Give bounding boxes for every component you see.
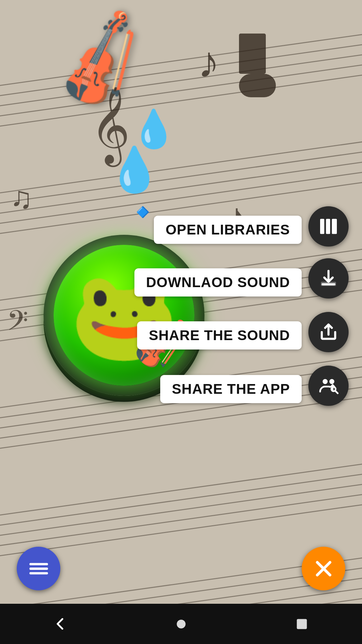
svg-rect-33	[239, 74, 276, 97]
share-app-button[interactable]	[308, 366, 349, 406]
svg-line-7	[0, 153, 362, 223]
svg-rect-51	[297, 619, 307, 629]
close-button[interactable]	[302, 547, 345, 590]
svg-line-20	[0, 454, 362, 525]
svg-line-44	[335, 391, 338, 393]
svg-rect-40	[321, 282, 336, 286]
hamburger-icon	[28, 558, 50, 580]
svg-text:𝄢: 𝄢	[7, 306, 28, 343]
back-icon	[52, 615, 69, 632]
svg-text:♪: ♪	[198, 38, 220, 87]
share-sound-button[interactable]	[308, 312, 349, 352]
home-button[interactable]	[169, 612, 193, 636]
svg-rect-32	[239, 34, 266, 74]
open-libraries-label: OPEN LIBRARIES	[154, 216, 302, 244]
share-app-icon	[318, 376, 339, 396]
download-icon	[318, 268, 339, 288]
svg-line-6	[0, 143, 362, 213]
svg-point-42	[329, 379, 335, 384]
share-app-label: SHARE THE APP	[160, 375, 302, 403]
close-icon	[313, 558, 335, 580]
svg-rect-37	[320, 219, 324, 234]
water-drop-2: 💧	[107, 144, 162, 195]
svg-text:♫: ♫	[10, 181, 33, 214]
share-sound-icon	[318, 322, 339, 342]
back-button[interactable]	[49, 612, 72, 636]
svg-rect-39	[332, 219, 337, 234]
download-sound-label: DOWNLAOD SOUND	[134, 268, 302, 297]
recents-button[interactable]	[290, 612, 313, 636]
svg-point-41	[323, 379, 328, 384]
svg-point-50	[177, 620, 185, 628]
open-libraries-button[interactable]	[308, 206, 349, 247]
background: 𝄞 ♪ ♫ 𝄢 ♪ 🎻 💧 💧 🔹 🔹 🐸 🎻	[0, 0, 362, 644]
recents-icon	[294, 616, 309, 632]
svg-line-4	[0, 65, 362, 135]
share-sound-label: SHARE THE SOUND	[137, 321, 302, 350]
svg-line-5	[0, 132, 362, 203]
svg-rect-38	[326, 219, 330, 234]
download-sound-button[interactable]	[308, 258, 349, 299]
svg-line-21	[0, 464, 362, 534]
svg-line-22	[0, 474, 362, 544]
libraries-icon	[318, 216, 339, 236]
svg-line-23	[0, 484, 362, 554]
menu-button[interactable]	[17, 547, 60, 590]
home-icon	[174, 616, 189, 632]
navigation-bar	[0, 604, 362, 644]
